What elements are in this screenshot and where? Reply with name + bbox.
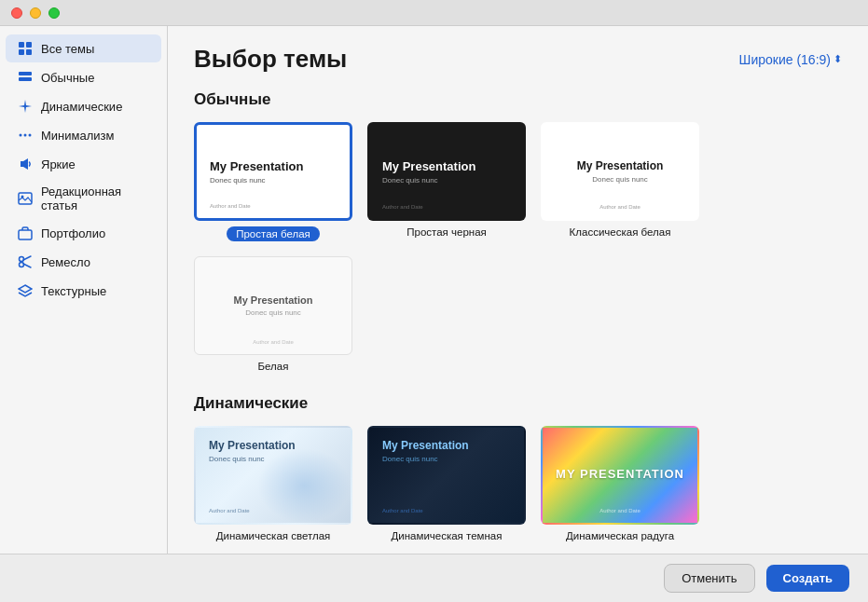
chevron-updown-icon: ⬍ [834,53,842,65]
theme-card-dynamic-light[interactable]: My Presentation Donec quis nunc Author a… [194,426,352,541]
grid-icon [17,40,34,57]
fullscreen-button[interactable] [48,7,60,19]
page-title: Выбор темы [194,45,347,74]
thumb-author: Author and Date [210,203,251,209]
dots-icon [17,127,34,144]
svg-point-8 [29,134,32,137]
thumb-author: Author and Date [382,204,423,210]
svg-point-10 [21,196,24,198]
main-content: Выбор темы Широкие (16:9) ⬍ Обычные My P… [168,26,868,554]
theme-label-classic-white: Классическая белая [570,226,671,238]
sidebar-item-editorial[interactable]: Редакционная статья [6,179,161,218]
cancel-button[interactable]: Отменить [664,564,754,593]
sidebar-item-bright[interactable]: Яркие [6,150,161,178]
theme-label-white: Белая [258,361,289,372]
minimize-button[interactable] [30,7,41,19]
sidebar-label-editorial: Редакционная статья [41,185,150,212]
thumb-title: MY PRESENTATION [556,467,684,481]
thumb-subtitle: Donec quis nunc [245,308,301,317]
sidebar-item-dynamic[interactable]: Динамические [6,92,161,120]
section-title-dynamic: Динамические [194,394,842,413]
svg-rect-3 [26,49,32,55]
thumb-author: Author and Date [543,204,697,210]
theme-label-simple-black: Простая черная [406,226,487,238]
theme-card-simple-black[interactable]: My Presentation Donec quis nunc Author a… [367,122,526,241]
layers-icon [17,282,34,299]
briefcase-icon [17,225,34,241]
theme-thumbnail-simple-black: My Presentation Donec quis nunc Author a… [367,122,526,221]
sidebar-label-simple: Обычные [41,71,94,85]
svg-rect-0 [19,42,24,48]
theme-thumbnail-white: My Presentation Donec quis nunc Author a… [194,256,352,355]
themes-grid-dynamic: My Presentation Donec quis nunc Author a… [194,426,842,541]
thumb-subtitle: Donec quis nunc [209,455,338,463]
aspect-ratio-label: Широкие (16:9) [739,52,831,67]
footer: Отменить Создать [0,554,868,602]
header-row: Выбор темы Широкие (16:9) ⬍ [194,45,842,74]
create-button[interactable]: Создать [766,565,849,592]
svg-point-6 [20,134,22,137]
sidebar-item-craft[interactable]: Ремесло [6,248,161,276]
sidebar-label-portfolio: Портфолио [41,226,105,240]
thumb-author: Author and Date [209,508,250,513]
selected-badge: Простая белая [227,226,320,241]
theme-card-dynamic-dark[interactable]: My Presentation Donec quis nunc Author a… [367,426,526,541]
theme-thumbnail-simple-white: My Presentation Donec quis nunc Author a… [194,122,352,221]
theme-card-simple-white[interactable]: My Presentation Donec quis nunc Author a… [194,122,352,241]
thumb-author: Author and Date [382,508,423,513]
svg-line-15 [23,264,31,267]
svg-rect-2 [19,49,24,55]
theme-label-dynamic-rainbow: Динамическая радуга [566,530,674,541]
sidebar-item-all-themes[interactable]: Все темы [6,34,161,62]
sidebar-item-minimalism[interactable]: Минимализм [6,121,161,149]
thumb-subtitle: Donec quis nunc [382,455,511,463]
sidebar-label-all-themes: Все темы [41,42,94,56]
svg-rect-11 [19,230,32,239]
thumb-author: Author and Date [543,508,697,513]
svg-point-12 [20,257,24,262]
theme-card-dynamic-rainbow[interactable]: MY PRESENTATION Author and Date Динамиче… [541,426,699,541]
sidebar-item-portfolio[interactable]: Портфолио [6,219,161,247]
image-icon [17,190,34,207]
sidebar: Все темы Обычные Динамические [0,26,168,554]
thumb-title: My Presentation [210,159,337,173]
sidebar-label-bright: Яркие [41,157,76,171]
rectangle-grid-icon [17,69,34,86]
scissors-icon [17,253,34,270]
thumb-subtitle: Donec quis nunc [210,176,337,185]
svg-rect-4 [19,72,32,75]
svg-point-7 [24,134,27,137]
sidebar-label-craft: Ремесло [41,255,90,269]
theme-thumbnail-dynamic-light: My Presentation Donec quis nunc Author a… [194,426,352,525]
theme-thumbnail-dynamic-rainbow: MY PRESENTATION Author and Date [541,426,699,525]
sidebar-label-dynamic: Динамические [41,100,122,114]
speaker-icon [17,156,34,172]
theme-label-dynamic-dark: Динамическая темная [392,530,503,541]
theme-card-white[interactable]: My Presentation Donec quis nunc Author a… [194,256,352,372]
sparkle-icon [17,98,34,115]
theme-label-dynamic-light: Динамическая светлая [216,530,331,541]
app-body: Все темы Обычные Динамические [0,26,868,554]
theme-thumbnail-classic-white: My Presentation Donec quis nunc Author a… [541,122,699,221]
thumb-title: My Presentation [382,439,511,452]
close-button[interactable] [11,7,22,19]
svg-point-13 [20,263,24,267]
section-dynamic: Динамические My Presentation Donec quis … [194,394,842,541]
thumb-title: My Presentation [234,294,313,306]
sidebar-item-simple[interactable]: Обычные [6,63,161,91]
thumb-title: My Presentation [577,159,664,172]
theme-card-classic-white[interactable]: My Presentation Donec quis nunc Author a… [541,122,699,241]
sidebar-item-texture[interactable]: Текстурные [6,277,161,305]
thumb-title: My Presentation [382,159,511,173]
thumb-subtitle: Donec quis nunc [592,175,648,184]
thumb-title: My Presentation [209,439,338,452]
aspect-ratio-selector[interactable]: Широкие (16:9) ⬍ [739,52,842,67]
thumb-author: Author and Date [195,339,351,345]
svg-rect-5 [19,77,32,81]
theme-thumbnail-dynamic-dark: My Presentation Donec quis nunc Author a… [367,426,526,525]
svg-rect-1 [26,42,32,48]
section-simple: Обычные My Presentation Donec quis nunc … [194,90,842,372]
svg-line-14 [23,256,31,260]
title-bar [0,0,868,26]
sidebar-label-texture: Текстурные [41,284,106,298]
